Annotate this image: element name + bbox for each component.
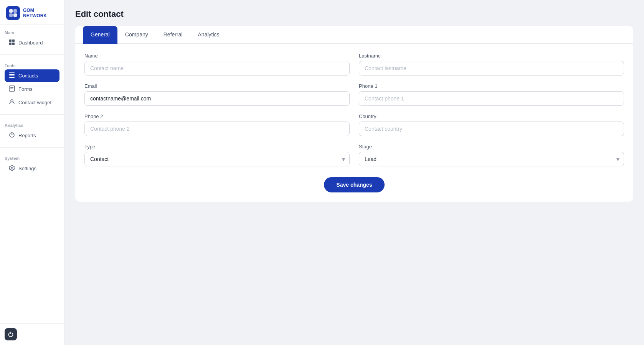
svg-rect-14 — [10, 89, 13, 89]
form-area: Name Lastname Email Phone 1 — [75, 44, 633, 202]
svg-rect-11 — [9, 77, 15, 78]
logo: GOMNETWORK — [0, 0, 64, 25]
sidebar-item-forms[interactable]: Forms — [5, 83, 59, 95]
label-lastname: Lastname — [359, 53, 624, 59]
label-country: Country — [359, 113, 624, 119]
form-actions: Save changes — [84, 177, 624, 192]
contacts-icon — [8, 72, 15, 79]
input-phone2[interactable] — [84, 122, 350, 136]
tab-analytics[interactable]: Analytics — [190, 26, 227, 44]
svg-rect-1 — [13, 9, 17, 13]
label-name: Name — [84, 53, 350, 59]
form-group-phone1: Phone 1 — [359, 83, 624, 106]
form-grid: Name Lastname Email Phone 1 — [84, 53, 624, 166]
svg-rect-2 — [9, 13, 13, 17]
tabs: General Company Referral Analytics — [75, 26, 633, 44]
label-type: Type — [84, 144, 350, 150]
form-group-name: Name — [84, 53, 350, 76]
sidebar-section-tools: Tools — [5, 63, 59, 68]
form-group-phone2: Phone 2 — [84, 113, 350, 136]
svg-rect-10 — [9, 76, 15, 76]
sidebar-item-contact-widget[interactable]: Contact widget — [5, 96, 59, 109]
sidebar-section-main: Main — [5, 30, 59, 35]
forms-icon — [8, 85, 15, 93]
tab-general[interactable]: General — [83, 26, 117, 44]
contact-widget-icon — [8, 99, 15, 106]
edit-contact-card: General Company Referral Analytics Name … — [75, 26, 633, 202]
sidebar-item-reports-label: Reports — [18, 133, 36, 138]
sidebar-item-reports[interactable]: Reports — [5, 129, 59, 142]
sidebar-item-contacts-label: Contacts — [18, 73, 38, 79]
svg-rect-13 — [10, 87, 13, 88]
svg-rect-6 — [9, 43, 12, 45]
power-button[interactable] — [5, 328, 17, 340]
sidebar-section-system: System — [5, 156, 59, 161]
form-group-type: Type Contact Lead Customer — [84, 144, 350, 166]
input-lastname[interactable] — [359, 61, 624, 76]
select-wrapper-stage: Lead Qualified Proposal Closed — [359, 152, 624, 166]
form-group-email: Email — [84, 83, 350, 106]
form-group-lastname: Lastname — [359, 53, 624, 76]
sidebar-item-settings[interactable]: Settings — [5, 162, 59, 175]
sidebar-item-forms-label: Forms — [18, 86, 33, 92]
sidebar: GOMNETWORK Main Dashboard Tools Contacts… — [0, 0, 64, 345]
svg-rect-7 — [12, 43, 15, 45]
input-country[interactable] — [359, 122, 624, 136]
svg-rect-9 — [9, 74, 15, 75]
page-title: Edit contact — [75, 9, 633, 19]
svg-rect-0 — [9, 9, 13, 13]
select-type[interactable]: Contact Lead Customer — [84, 152, 350, 166]
sidebar-section-analytics: Analytics — [5, 123, 59, 128]
select-wrapper-type: Contact Lead Customer — [84, 152, 350, 166]
sidebar-item-contact-widget-label: Contact widget — [18, 100, 51, 105]
sidebar-bottom — [0, 323, 64, 345]
logo-icon — [6, 6, 20, 20]
dashboard-icon — [8, 39, 15, 46]
save-button[interactable]: Save changes — [324, 177, 384, 192]
input-name[interactable] — [84, 61, 350, 76]
svg-rect-3 — [13, 13, 17, 17]
sidebar-item-settings-label: Settings — [18, 166, 36, 171]
label-phone1: Phone 1 — [359, 83, 624, 89]
input-phone1[interactable] — [359, 91, 624, 106]
settings-icon — [8, 165, 15, 172]
sidebar-item-dashboard-label: Dashboard — [18, 40, 43, 46]
form-group-stage: Stage Lead Qualified Proposal Closed — [359, 144, 624, 166]
label-phone2: Phone 2 — [84, 113, 350, 119]
label-stage: Stage — [359, 144, 624, 150]
main-content: Edit contact General Company Referral An… — [64, 0, 644, 345]
input-email[interactable] — [84, 91, 350, 106]
tab-referral[interactable]: Referral — [156, 26, 190, 44]
svg-rect-8 — [9, 72, 15, 73]
svg-point-15 — [11, 100, 13, 102]
reports-icon — [8, 132, 15, 139]
logo-text: GOMNETWORK — [23, 8, 47, 19]
tab-company[interactable]: Company — [117, 26, 156, 44]
svg-rect-5 — [12, 39, 15, 42]
sidebar-item-contacts[interactable]: Contacts — [5, 69, 59, 82]
svg-rect-4 — [9, 39, 12, 42]
select-stage[interactable]: Lead Qualified Proposal Closed — [359, 152, 624, 166]
sidebar-item-dashboard[interactable]: Dashboard — [5, 36, 59, 49]
label-email: Email — [84, 83, 350, 89]
form-group-country: Country — [359, 113, 624, 136]
